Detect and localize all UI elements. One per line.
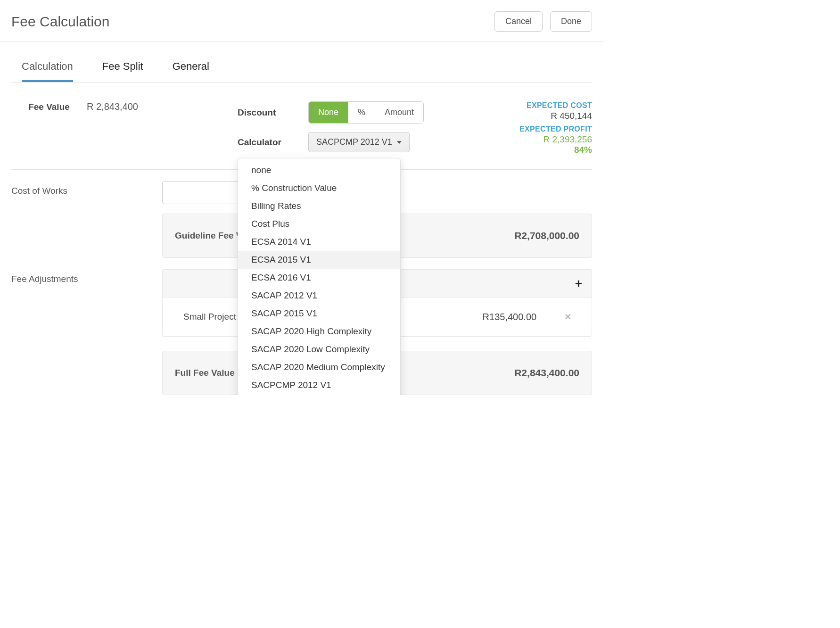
- calculator-option[interactable]: % Construction Value: [238, 179, 400, 197]
- done-button[interactable]: Done: [550, 11, 592, 32]
- summary-row: Fee Value R 2,843,400 Discount None % Am…: [11, 101, 592, 170]
- calculator-option[interactable]: ECSA 2014 V1: [238, 233, 400, 251]
- guideline-fee-value: R2,708,000.00: [514, 230, 579, 241]
- calculator-option[interactable]: ECSA 2015 V1: [238, 251, 400, 269]
- adjustment-amount: R135,400.00: [483, 312, 537, 322]
- calculator-option[interactable]: SACAP 2020 Low Complexity: [238, 340, 400, 358]
- caret-down-icon: [397, 141, 402, 144]
- remove-adjustment-icon[interactable]: ×: [565, 311, 571, 323]
- discount-none-button[interactable]: None: [309, 102, 348, 123]
- fee-value-label: Fee Value: [11, 102, 87, 112]
- stats-panel: EXPECTED COST R 450,144 EXPECTED PROFIT …: [484, 101, 592, 155]
- fee-value-amount: R 2,843,400: [87, 101, 162, 112]
- expected-profit-label: EXPECTED PROFIT: [484, 125, 592, 133]
- header-actions: Cancel Done: [494, 11, 592, 32]
- calculator-option[interactable]: SACAP 2020 High Complexity: [238, 322, 400, 340]
- discount-amount-button[interactable]: Amount: [375, 102, 423, 123]
- calculator-option[interactable]: SACAP 2012 V1: [238, 287, 400, 305]
- expected-cost-value: R 450,144: [484, 111, 592, 121]
- calculator-option[interactable]: SACPCMP 2012 V1: [238, 376, 400, 394]
- expected-profit-percent: 84%: [484, 145, 592, 155]
- expected-profit-value: R 2,393,256: [484, 134, 592, 145]
- add-adjustment-icon[interactable]: +: [575, 277, 582, 289]
- cost-of-works-label: Cost of Works: [11, 181, 162, 196]
- tab-calculation[interactable]: Calculation: [22, 60, 73, 82]
- calculator-label: Calculator: [238, 137, 304, 148]
- calculator-option[interactable]: SACAP 2015 V1: [238, 305, 400, 322]
- calculator-option[interactable]: ECSA 2016 V1: [238, 269, 400, 287]
- full-fee-value: R2,843,400.00: [514, 367, 579, 379]
- cancel-button[interactable]: Cancel: [494, 11, 543, 32]
- tab-general[interactable]: General: [173, 60, 209, 82]
- tab-fee-split[interactable]: Fee Split: [102, 60, 143, 82]
- calculator-option[interactable]: none: [238, 161, 400, 179]
- discount-percent-button[interactable]: %: [348, 102, 375, 123]
- page-title: Fee Calculation: [11, 14, 109, 30]
- tabs: Calculation Fee Split General: [11, 41, 592, 83]
- calculator-select[interactable]: SACPCMP 2012 V1: [308, 132, 410, 152]
- discount-toggle: None % Amount: [308, 101, 424, 124]
- calculator-dropdown: none % Construction Value Billing Rates …: [238, 158, 401, 395]
- full-fee-label: Full Fee Value: [175, 368, 235, 378]
- calculator-selected-value: SACPCMP 2012 V1: [316, 137, 392, 147]
- fee-adjustments-label: Fee Adjustments: [11, 269, 162, 284]
- discount-label: Discount: [238, 107, 304, 118]
- calculator-option[interactable]: Billing Rates: [238, 197, 400, 215]
- calculator-option[interactable]: SACQSP 2015 V1: [238, 394, 400, 395]
- calculator-option[interactable]: SACAP 2020 Medium Complexity: [238, 358, 400, 376]
- expected-cost-label: EXPECTED COST: [484, 101, 592, 110]
- calculator-option[interactable]: Cost Plus: [238, 215, 400, 233]
